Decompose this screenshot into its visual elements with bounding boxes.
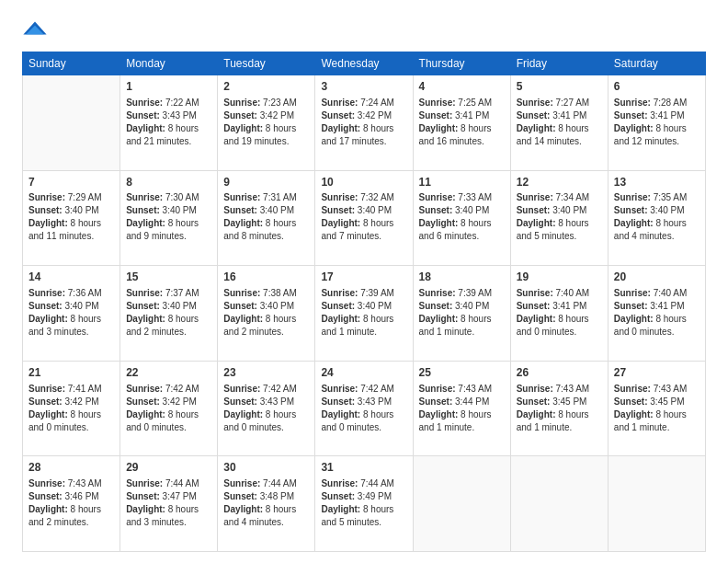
- day-number: 22: [126, 365, 211, 381]
- cell-content: Sunrise: 7:35 AMSunset: 3:40 PMDaylight:…: [614, 191, 700, 243]
- cell-content: Sunrise: 7:44 AMSunset: 3:49 PMDaylight:…: [321, 477, 406, 529]
- logo-icon: [22, 17, 48, 42]
- calendar-week-4: 21Sunrise: 7:41 AMSunset: 3:42 PMDayligh…: [23, 361, 706, 456]
- calendar-cell: [23, 75, 120, 171]
- cell-content: Sunrise: 7:43 AMSunset: 3:45 PMDaylight:…: [517, 383, 602, 434]
- cell-content: Sunrise: 7:42 AMSunset: 3:43 PMDaylight:…: [321, 383, 406, 434]
- calendar-cell: 2Sunrise: 7:23 AMSunset: 3:42 PMDaylight…: [218, 75, 315, 171]
- calendar-cell: 16Sunrise: 7:38 AMSunset: 3:40 PMDayligh…: [218, 266, 315, 362]
- calendar-cell: 4Sunrise: 7:25 AMSunset: 3:41 PMDaylight…: [413, 75, 510, 171]
- calendar-cell: 15Sunrise: 7:37 AMSunset: 3:40 PMDayligh…: [120, 266, 218, 362]
- calendar-header-monday: Monday: [120, 52, 218, 75]
- day-number: 16: [223, 270, 309, 285]
- cell-content: Sunrise: 7:39 AMSunset: 3:40 PMDaylight:…: [321, 287, 406, 339]
- day-number: 9: [223, 175, 309, 190]
- calendar-cell: 7Sunrise: 7:29 AMSunset: 3:40 PMDaylight…: [23, 170, 120, 266]
- calendar-cell: 12Sunrise: 7:34 AMSunset: 3:40 PMDayligh…: [510, 170, 608, 266]
- calendar-cell: 18Sunrise: 7:39 AMSunset: 3:40 PMDayligh…: [413, 266, 510, 362]
- calendar-cell: 17Sunrise: 7:39 AMSunset: 3:40 PMDayligh…: [315, 266, 413, 362]
- day-number: 30: [223, 460, 309, 476]
- calendar-cell: 10Sunrise: 7:32 AMSunset: 3:40 PMDayligh…: [315, 170, 413, 266]
- day-number: 1: [126, 79, 211, 95]
- calendar-header-friday: Friday: [510, 52, 608, 75]
- calendar-cell: 25Sunrise: 7:43 AMSunset: 3:44 PMDayligh…: [413, 361, 510, 456]
- calendar-table: SundayMondayTuesdayWednesdayThursdayFrid…: [22, 52, 706, 552]
- calendar-cell: 6Sunrise: 7:28 AMSunset: 3:41 PMDaylight…: [608, 75, 705, 171]
- calendar-cell: 27Sunrise: 7:43 AMSunset: 3:45 PMDayligh…: [608, 361, 705, 456]
- cell-content: Sunrise: 7:40 AMSunset: 3:41 PMDaylight:…: [517, 287, 602, 339]
- day-number: 19: [517, 270, 602, 285]
- calendar-header-saturday: Saturday: [608, 52, 705, 75]
- cell-content: Sunrise: 7:28 AMSunset: 3:41 PMDaylight:…: [614, 97, 700, 148]
- cell-content: Sunrise: 7:38 AMSunset: 3:40 PMDaylight:…: [223, 287, 309, 339]
- calendar-cell: 9Sunrise: 7:31 AMSunset: 3:40 PMDaylight…: [218, 170, 315, 266]
- day-number: 26: [517, 365, 602, 381]
- calendar-cell: 22Sunrise: 7:42 AMSunset: 3:42 PMDayligh…: [120, 361, 218, 456]
- calendar-cell: [413, 456, 510, 552]
- day-number: 15: [126, 270, 211, 285]
- cell-content: Sunrise: 7:39 AMSunset: 3:40 PMDaylight:…: [419, 287, 505, 339]
- cell-content: Sunrise: 7:43 AMSunset: 3:45 PMDaylight:…: [614, 383, 700, 434]
- day-number: 21: [28, 365, 114, 381]
- logo: [22, 17, 51, 42]
- day-number: 8: [126, 175, 211, 190]
- calendar-cell: 5Sunrise: 7:27 AMSunset: 3:41 PMDaylight…: [510, 75, 608, 171]
- day-number: 3: [321, 79, 406, 95]
- calendar-cell: 3Sunrise: 7:24 AMSunset: 3:42 PMDaylight…: [315, 75, 413, 171]
- calendar-header-wednesday: Wednesday: [315, 52, 413, 75]
- calendar-cell: 20Sunrise: 7:40 AMSunset: 3:41 PMDayligh…: [608, 266, 705, 362]
- cell-content: Sunrise: 7:41 AMSunset: 3:42 PMDaylight:…: [28, 383, 114, 434]
- calendar-header-thursday: Thursday: [413, 52, 510, 75]
- day-number: 10: [321, 175, 406, 190]
- cell-content: Sunrise: 7:34 AMSunset: 3:40 PMDaylight:…: [517, 191, 602, 243]
- cell-content: Sunrise: 7:31 AMSunset: 3:40 PMDaylight:…: [223, 191, 309, 243]
- cell-content: Sunrise: 7:22 AMSunset: 3:43 PMDaylight:…: [126, 97, 211, 148]
- calendar-cell: 13Sunrise: 7:35 AMSunset: 3:40 PMDayligh…: [608, 170, 705, 266]
- cell-content: Sunrise: 7:43 AMSunset: 3:44 PMDaylight:…: [419, 383, 505, 434]
- day-number: 28: [28, 460, 114, 476]
- calendar-cell: 14Sunrise: 7:36 AMSunset: 3:40 PMDayligh…: [23, 266, 120, 362]
- calendar-cell: [510, 456, 608, 552]
- calendar-cell: 21Sunrise: 7:41 AMSunset: 3:42 PMDayligh…: [23, 361, 120, 456]
- cell-content: Sunrise: 7:37 AMSunset: 3:40 PMDaylight:…: [126, 287, 211, 339]
- calendar-cell: 29Sunrise: 7:44 AMSunset: 3:47 PMDayligh…: [120, 456, 218, 552]
- cell-content: Sunrise: 7:44 AMSunset: 3:48 PMDaylight:…: [223, 477, 309, 529]
- calendar-header-tuesday: Tuesday: [218, 52, 315, 75]
- day-number: 27: [614, 365, 700, 381]
- day-number: 12: [517, 175, 602, 190]
- calendar-cell: 1Sunrise: 7:22 AMSunset: 3:43 PMDaylight…: [120, 75, 218, 171]
- calendar-week-3: 14Sunrise: 7:36 AMSunset: 3:40 PMDayligh…: [23, 266, 706, 362]
- day-number: 11: [419, 175, 505, 190]
- day-number: 7: [28, 175, 114, 190]
- cell-content: Sunrise: 7:40 AMSunset: 3:41 PMDaylight:…: [614, 287, 700, 339]
- cell-content: Sunrise: 7:30 AMSunset: 3:40 PMDaylight:…: [126, 191, 211, 243]
- day-number: 20: [614, 270, 700, 285]
- calendar-header-sunday: Sunday: [23, 52, 120, 75]
- calendar-cell: 30Sunrise: 7:44 AMSunset: 3:48 PMDayligh…: [218, 456, 315, 552]
- calendar-cell: 11Sunrise: 7:33 AMSunset: 3:40 PMDayligh…: [413, 170, 510, 266]
- cell-content: Sunrise: 7:25 AMSunset: 3:41 PMDaylight:…: [419, 97, 505, 148]
- cell-content: Sunrise: 7:32 AMSunset: 3:40 PMDaylight:…: [321, 191, 406, 243]
- cell-content: Sunrise: 7:42 AMSunset: 3:43 PMDaylight:…: [223, 383, 309, 434]
- calendar-cell: 8Sunrise: 7:30 AMSunset: 3:40 PMDaylight…: [120, 170, 218, 266]
- day-number: 14: [28, 270, 114, 285]
- calendar-header-row: SundayMondayTuesdayWednesdayThursdayFrid…: [23, 52, 706, 75]
- header: [22, 17, 706, 42]
- cell-content: Sunrise: 7:23 AMSunset: 3:42 PMDaylight:…: [223, 97, 309, 148]
- day-number: 18: [419, 270, 505, 285]
- day-number: 24: [321, 365, 406, 381]
- day-number: 13: [614, 175, 700, 190]
- day-number: 5: [517, 79, 602, 95]
- day-number: 6: [614, 79, 700, 95]
- calendar-cell: 23Sunrise: 7:42 AMSunset: 3:43 PMDayligh…: [218, 361, 315, 456]
- day-number: 23: [223, 365, 309, 381]
- day-number: 17: [321, 270, 406, 285]
- cell-content: Sunrise: 7:29 AMSunset: 3:40 PMDaylight:…: [28, 191, 114, 243]
- cell-content: Sunrise: 7:42 AMSunset: 3:42 PMDaylight:…: [126, 383, 211, 434]
- calendar-week-2: 7Sunrise: 7:29 AMSunset: 3:40 PMDaylight…: [23, 170, 706, 266]
- cell-content: Sunrise: 7:33 AMSunset: 3:40 PMDaylight:…: [419, 191, 505, 243]
- cell-content: Sunrise: 7:36 AMSunset: 3:40 PMDaylight:…: [28, 287, 114, 339]
- day-number: 29: [126, 460, 211, 476]
- calendar-cell: [608, 456, 705, 552]
- page: SundayMondayTuesdayWednesdayThursdayFrid…: [0, 0, 728, 563]
